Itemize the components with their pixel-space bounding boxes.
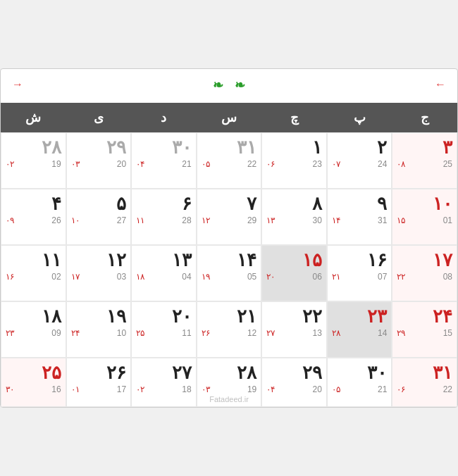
sub-num-left: ۰۸: [397, 159, 405, 169]
sub-numbers: ۰۱17: [71, 384, 127, 394]
day-cell-w1-d3[interactable]: ۷۱۲29: [197, 189, 262, 245]
sub-numbers: ۲۹15: [397, 328, 452, 338]
sub-numbers: ۳۰16: [6, 384, 61, 394]
day-cell-w1-d6[interactable]: ۴۰۹26: [1, 189, 66, 245]
day-cell-w0-d6[interactable]: ۲۸۰۲19: [1, 132, 66, 189]
day-cell-w3-d5[interactable]: ۱۹۲۴10: [66, 301, 132, 358]
persian-day-number: ۱۵: [302, 250, 322, 270]
nav-next-button[interactable]: →: [12, 78, 26, 91]
arrow-right-icon: →: [12, 78, 23, 91]
sub-num-right: 05: [247, 272, 256, 282]
sub-numbers: ۰۷24: [332, 159, 388, 169]
day-cell-w4-d4[interactable]: ۲۷۰۲18: [131, 358, 197, 407]
persian-day-number: ۲۵: [42, 363, 61, 383]
sub-num-right: 13: [313, 328, 322, 338]
nav-prev-button[interactable]: ←: [432, 78, 446, 91]
day-cell-w2-d6[interactable]: ۱۱۱۶02: [1, 245, 66, 301]
sub-num-right: 12: [247, 328, 256, 338]
main-title: ❧ ❧: [12, 77, 446, 93]
day-cell-w0-d5[interactable]: ۲۹۰۳20: [66, 132, 132, 189]
persian-day-number: ۱۳: [172, 250, 192, 270]
day-cell-w3-d3[interactable]: ۲۱۲۶12: [197, 301, 262, 358]
sub-numbers: ۱۲29: [202, 215, 257, 225]
day-cell-w0-d2[interactable]: ۱۰۶23: [261, 132, 327, 189]
sub-num-left: ۲۳: [6, 328, 14, 338]
day-cell-w3-d4[interactable]: ۲۰۲۵11: [131, 301, 197, 358]
persian-day-number: ۱۶: [367, 250, 387, 270]
sub-num-right: 04: [182, 272, 191, 282]
day-cell-w2-d1[interactable]: ۱۶۲۱07: [327, 245, 392, 301]
sub-numbers: ۱۴31: [332, 215, 388, 225]
day-cell-w4-d0[interactable]: ۳۱۰۶22: [392, 358, 457, 407]
persian-day-number: ۲۲: [302, 306, 322, 327]
chevron-right-deco: ❧: [235, 77, 245, 93]
weekday-cell-6: ش: [1, 103, 66, 132]
sub-num-right: 03: [117, 272, 126, 282]
day-cell-w1-d2[interactable]: ۸۱۳30: [261, 189, 327, 245]
sub-num-left: ۳۰: [6, 384, 14, 394]
sub-num-right: 24: [378, 159, 387, 169]
day-cell-w4-d2[interactable]: ۲۹۰۴20: [261, 358, 327, 407]
sub-num-left: ۱۳: [266, 215, 275, 225]
persian-day-number: ۲: [377, 137, 387, 158]
day-cell-w4-d1[interactable]: ۳۰۰۵21: [327, 358, 392, 407]
day-cell-w2-d0[interactable]: ۱۷۲۲08: [392, 245, 457, 301]
day-cell-w1-d0[interactable]: ۱۰۱۵01: [392, 189, 457, 245]
sub-num-right: 06: [313, 272, 322, 282]
persian-day-number: ۳۰: [367, 363, 387, 383]
sub-numbers: ۲۱07: [332, 272, 388, 282]
sub-num-left: ۰۶: [266, 159, 275, 169]
sub-numbers: ۱۹05: [202, 272, 257, 282]
day-cell-w1-d1[interactable]: ۹۱۴31: [327, 189, 392, 245]
persian-day-number: ۱۴: [237, 250, 256, 270]
day-cell-w3-d6[interactable]: ۱۸۲۳09: [1, 301, 66, 358]
sub-num-right: 07: [378, 272, 387, 282]
sub-num-right: 18: [182, 384, 191, 394]
sub-numbers: ۲۲08: [397, 272, 452, 282]
sub-num-right: 25: [443, 159, 452, 169]
day-cell-w3-d1[interactable]: ۲۳۲۸14: [327, 301, 392, 358]
sub-numbers: ۲۷13: [266, 328, 322, 338]
sub-num-left: ۲۶: [202, 328, 210, 338]
day-cell-w2-d2[interactable]: ۱۵۲۰06: [261, 245, 327, 301]
day-cell-w2-d3[interactable]: ۱۴۱۹05: [197, 245, 262, 301]
sub-numbers: ۰۵21: [332, 384, 388, 394]
sub-num-left: ۲۰: [266, 272, 275, 282]
day-cell-w3-d2[interactable]: ۲۲۲۷13: [261, 301, 327, 358]
day-cell-w4-d6[interactable]: ۲۵۳۰16: [1, 358, 66, 407]
day-cell-w0-d1[interactable]: ۲۰۷24: [327, 132, 392, 189]
sub-numbers: ۱۷03: [71, 272, 127, 282]
persian-day-number: ۸: [312, 194, 322, 214]
persian-day-number: ۱۷: [433, 250, 452, 270]
sub-num-left: ۲۴: [71, 328, 80, 338]
persian-day-number: ۲۳: [367, 306, 387, 327]
sub-num-left: ۱۴: [332, 215, 340, 225]
sub-numbers: ۱۰27: [71, 215, 127, 225]
day-cell-w3-d0[interactable]: ۲۴۲۹15: [392, 301, 457, 358]
persian-day-number: ۲۸: [42, 137, 61, 158]
persian-day-number: ۱۱: [42, 250, 61, 270]
day-cell-w1-d4[interactable]: ۶۱۱28: [131, 189, 197, 245]
day-cell-w0-d0[interactable]: ۳۰۸25: [392, 132, 457, 189]
persian-day-number: ۲۱: [237, 306, 256, 327]
arrow-left-icon: ←: [435, 78, 446, 91]
day-cell-w1-d5[interactable]: ۵۱۰27: [66, 189, 132, 245]
day-cell-w2-d4[interactable]: ۱۳۱۸04: [131, 245, 197, 301]
sub-num-left: ۱۱: [136, 215, 144, 225]
persian-day-number: ۲۹: [106, 137, 126, 158]
day-cell-w4-d5[interactable]: ۲۶۰۱17: [66, 358, 132, 407]
day-cell-w0-d4[interactable]: ۳۰۰۴21: [131, 132, 197, 189]
weekday-cell-5: ی: [66, 103, 132, 132]
day-cell-w0-d3[interactable]: ۳۱۰۵22: [197, 132, 262, 189]
sub-numbers: ۰۴21: [136, 159, 192, 169]
sub-numbers: ۱۸04: [136, 272, 192, 282]
sub-numbers: ۰۴20: [266, 384, 322, 394]
sub-num-right: 09: [51, 328, 61, 338]
day-cell-w4-d3[interactable]: ۲۸۰۳19Fatadeed.ir: [197, 358, 262, 407]
calendar-header: ← → ❧ ❧: [1, 69, 457, 103]
sub-num-left: ۰۲: [136, 384, 144, 394]
sub-num-left: ۲۲: [397, 272, 405, 282]
sub-num-left: ۰۲: [6, 159, 14, 169]
sub-numbers: ۱۳30: [266, 215, 322, 225]
day-cell-w2-d5[interactable]: ۱۲۱۷03: [66, 245, 132, 301]
